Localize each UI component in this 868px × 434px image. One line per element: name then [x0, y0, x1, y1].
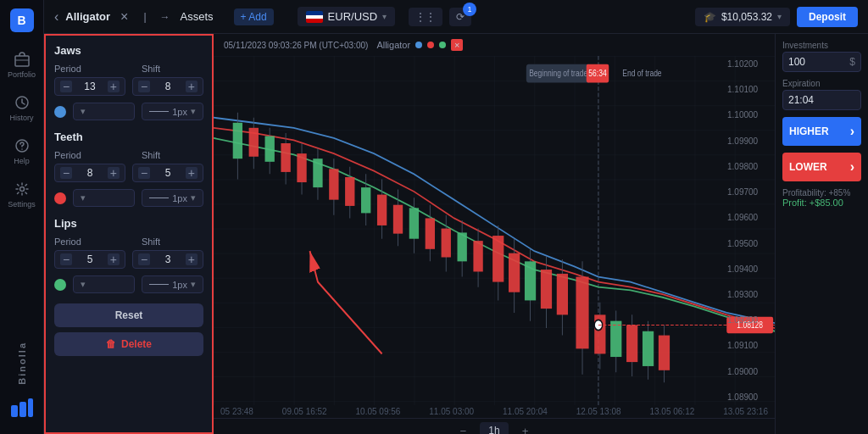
jaws-line-preview [149, 111, 169, 112]
indicator-remove-btn[interactable]: × [451, 39, 463, 51]
sidebar-item-settings[interactable]: Settings [0, 175, 43, 214]
price-labels: 1.10200 1.10100 1.10000 1.09900 1.09800 … [724, 56, 775, 405]
brand-logo: B [10, 8, 34, 32]
lips-shift-decrement[interactable]: − [138, 253, 150, 265]
svg-rect-64 [610, 321, 621, 357]
svg-rect-60 [576, 277, 588, 349]
time-2: 09.05 16:52 [282, 407, 327, 416]
chart-type-button[interactable]: ⋮⋮ [409, 8, 442, 26]
svg-rect-70 [659, 336, 670, 370]
jaws-period-increment[interactable]: + [108, 81, 120, 92]
lips-shift-input[interactable]: − 3 + [132, 250, 203, 269]
svg-rect-8 [28, 398, 33, 417]
notification-badge: 1 [463, 3, 476, 16]
chart-area: 05/11/2023 09:03:26 PM (UTC+03:00) Allig… [214, 34, 775, 434]
lips-color-dot[interactable] [54, 279, 66, 291]
lips-period-decrement[interactable]: − [60, 253, 72, 265]
svg-rect-44 [442, 229, 451, 258]
higher-button[interactable]: Higher › [782, 117, 861, 146]
jaws-period-decrement[interactable]: − [60, 81, 72, 92]
lips-color-dropdown[interactable]: ▾ [73, 275, 135, 293]
teeth-period-input[interactable]: − 8 + [54, 164, 125, 182]
jaws-shift-increment[interactable]: + [186, 81, 198, 92]
jaws-color-dot[interactable] [54, 106, 66, 118]
portfolio-label: Portfolio [8, 70, 36, 79]
chart-svg: Beginning of trade 56:34 End of trade [214, 56, 775, 405]
svg-text:56:34: 56:34 [588, 68, 607, 78]
svg-rect-7 [19, 402, 26, 417]
lips-shift-label: Shift [142, 236, 203, 247]
back-button[interactable]: ‹ [54, 9, 58, 25]
svg-rect-32 [345, 177, 354, 206]
teeth-color-dropdown[interactable]: ▾ [73, 189, 135, 207]
delete-icon: 🗑 [106, 338, 116, 350]
chart-container: Beginning of trade 56:34 End of trade [214, 56, 775, 405]
profit-label: Profit: +$85.00 [782, 198, 861, 208]
teeth-dropdown-icon: ▾ [81, 192, 86, 203]
time-3: 10.05 09:56 [356, 407, 401, 416]
lips-dropdown-icon: ▾ [81, 279, 86, 290]
currency-display[interactable]: EUR/USD ▾ [298, 7, 396, 26]
jaws-color-dropdown[interactable]: ▾ [73, 103, 135, 120]
teeth-shift-input[interactable]: − 5 + [132, 164, 203, 182]
investment-input[interactable]: 100 $ [782, 52, 861, 72]
chart-toolbar: ⋮⋮ ⟳ 1 [409, 8, 471, 26]
jaws-line-label: 1px [172, 107, 187, 117]
lips-period-label: Period [54, 236, 116, 247]
lips-period-increment[interactable]: + [108, 253, 120, 265]
teeth-line-style[interactable]: 1px ▾ [142, 189, 203, 207]
sidebar-item-history[interactable]: History [0, 89, 43, 127]
jaws-shift-decrement[interactable]: − [138, 81, 150, 92]
top-bar: ‹ Alligator × | → Assets + Add EUR/USD ▾… [44, 0, 868, 34]
teeth-period-decrement[interactable]: − [60, 167, 72, 179]
delete-label: Delete [121, 338, 152, 350]
binolla-brand-text: Binolla [17, 342, 27, 385]
svg-rect-10 [214, 56, 775, 405]
svg-text:End of trade: End of trade [622, 68, 661, 78]
brand-sidebar: B Portfolio History Help [0, 0, 44, 434]
time-5: 11.05 20:04 [503, 407, 548, 416]
teeth-shift-label: Shift [142, 150, 203, 160]
balance-display[interactable]: 🎓 $10,053.32 ▾ [695, 8, 790, 26]
sidebar-item-portfolio[interactable]: Portfolio [0, 46, 43, 84]
invest-value: 100 [788, 56, 805, 68]
teeth-line-preview [149, 198, 169, 198]
jaws-shift-input[interactable]: − 8 + [132, 77, 203, 96]
zoom-in-button[interactable]: + [517, 423, 534, 435]
teeth-shift-increment[interactable]: + [186, 167, 198, 179]
sidebar-item-help[interactable]: Help [0, 132, 43, 170]
lips-period-input[interactable]: − 5 + [54, 250, 125, 269]
teeth-color-dot[interactable] [54, 192, 66, 204]
delete-button[interactable]: 🗑 Delete [54, 332, 203, 356]
price-3: 1.10000 [727, 110, 771, 120]
svg-rect-56 [541, 270, 552, 309]
svg-rect-50 [492, 236, 504, 282]
reset-button[interactable]: Reset [54, 303, 203, 327]
price-5: 1.09800 [727, 162, 771, 171]
expiration-section: Expiration 21:04 [782, 79, 861, 110]
jaws-period-input[interactable]: − 13 + [54, 77, 125, 96]
expiration-input[interactable]: 21:04 [782, 90, 861, 110]
separator: | [143, 11, 146, 23]
price-12: 1.09100 [727, 341, 771, 350]
close-button[interactable]: × [120, 9, 128, 25]
teeth-period-increment[interactable]: + [108, 167, 120, 179]
add-button[interactable]: + Add [234, 11, 274, 23]
lower-label: Lower [789, 161, 827, 173]
teeth-shift-decrement[interactable]: − [138, 167, 150, 179]
deposit-button[interactable]: Deposit [797, 7, 858, 27]
svg-rect-24 [281, 143, 290, 172]
price-14: 1.08900 [727, 392, 771, 402]
lips-line-style[interactable]: 1px ▾ [142, 275, 203, 293]
lower-button[interactable]: Lower › [782, 153, 861, 181]
teeth-inputs: − 8 + − 5 + [54, 164, 203, 182]
lips-shift-increment[interactable]: + [186, 253, 198, 265]
price-8: 1.09500 [727, 239, 771, 248]
profitability-label: Profitability: +85% [782, 188, 861, 198]
zoom-out-button[interactable]: − [455, 423, 472, 435]
alligator-jaws-dot [415, 42, 422, 48]
svg-rect-36 [377, 195, 387, 225]
assets-tab[interactable]: Assets [181, 10, 214, 23]
lower-arrow-icon: › [850, 159, 854, 175]
jaws-line-style[interactable]: 1px ▾ [142, 103, 203, 120]
